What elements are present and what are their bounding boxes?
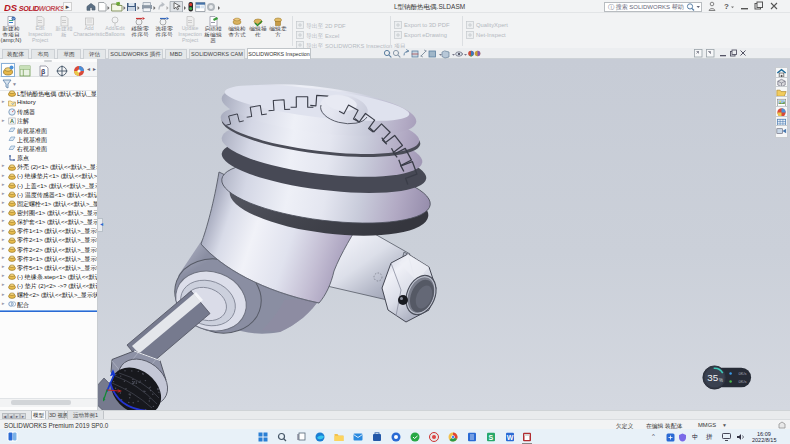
svg-text:35: 35 bbox=[707, 372, 718, 383]
svg-text:W: W bbox=[507, 434, 514, 441]
svg-text:%: % bbox=[719, 378, 723, 383]
svg-text:S: S bbox=[489, 434, 494, 441]
svg-text:?: ? bbox=[724, 2, 729, 11]
svg-text:β: β bbox=[41, 68, 46, 76]
svg-text:0K/s: 0K/s bbox=[739, 371, 747, 376]
svg-text:0K/s: 0K/s bbox=[739, 379, 747, 384]
svg-text:A: A bbox=[10, 118, 14, 124]
